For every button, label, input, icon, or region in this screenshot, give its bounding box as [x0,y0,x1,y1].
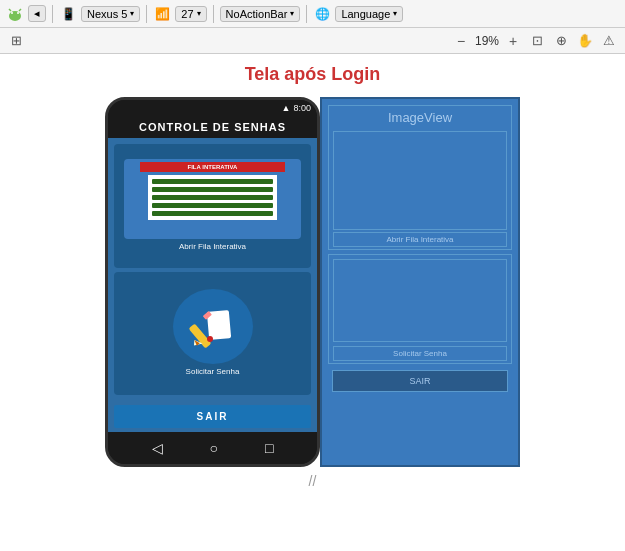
sair-wire-button[interactable]: SAIR [332,370,508,392]
fila-line-4 [152,203,272,208]
language-selector[interactable]: Language ▾ [335,6,403,22]
theme-name: NoActionBar [226,8,288,20]
globe-icon[interactable]: 🌐 [313,5,331,23]
card-senha-image [173,289,253,364]
card-fila-label: Abrir Fila Interativa [179,239,246,253]
fila-image-content: FILA INTERATIVA [124,159,301,239]
nav-home-button[interactable]: ○ [210,440,218,456]
card2-box [333,259,507,342]
zoom-level: 19% [475,34,499,48]
svg-point-2 [17,12,19,14]
sair-button[interactable]: SAIR [114,405,311,428]
page-title: Tela após Login [245,64,381,85]
api-level: 27 [181,8,193,20]
svg-point-0 [9,11,21,21]
pencil-svg [188,301,238,351]
status-time: 8:00 [293,103,311,113]
svg-line-4 [19,9,21,11]
svg-rect-6 [188,324,211,349]
dropdown-arrow-left[interactable]: ◂ [28,5,46,22]
abrir-fila-wire-label: Abrir Fila Interativa [333,232,507,247]
app-title: CONTROLE DE SENHAS [108,116,317,138]
main-content: Tela após Login ▲ 8:00 CONTROLE DE SENHA… [0,54,625,551]
fila-line-2 [152,187,272,192]
fila-line-1 [152,179,272,184]
phone-mockup-left: ▲ 8:00 CONTROLE DE SENHAS FILA INTERATIV… [105,97,320,467]
phones-wrapper: ▲ 8:00 CONTROLE DE SENHAS FILA INTERATIV… [105,97,520,489]
zoom-out-button[interactable]: − [451,31,471,51]
svg-line-3 [9,9,11,11]
svg-point-1 [11,12,13,14]
card-fila[interactable]: FILA INTERATIVA [114,144,311,268]
phone-nav-bar: ◁ ○ □ [108,432,317,464]
device-selector[interactable]: Nexus 5 ▾ [81,6,140,22]
wireframe-card2-section: Solicitar Senha [328,254,512,364]
fila-line-5 [152,211,272,216]
phone-wireframe-right: ImageView Abrir Fila Interativa Solicita… [320,97,520,467]
refresh-icon[interactable]: ⊕ [551,31,571,51]
theme-selector[interactable]: NoActionBar ▾ [220,6,301,22]
card-senha[interactable]: Solicitar Senha [114,272,311,396]
card-fila-image: FILA INTERATIVA [124,159,301,239]
nav-recent-button[interactable]: □ [265,440,273,456]
fila-header-label: FILA INTERATIVA [140,162,286,172]
zoom-group: − 19% + ⊡ ⊕ ✋ ⚠ [451,31,619,51]
phone-grid: FILA INTERATIVA [108,138,317,401]
phone-icon[interactable]: 📱 [59,5,77,23]
fila-line-3 [152,195,272,200]
screen-icon[interactable]: ⊞ [6,31,26,51]
chevron-down-icon: ▾ [130,9,134,18]
separator2 [146,5,147,23]
warning-icon[interactable]: ⚠ [599,31,619,51]
top-toolbar: ◂ 📱 Nexus 5 ▾ 📶 27 ▾ NoActionBar ▾ 🌐 Lan… [0,0,625,28]
wireframe-imageview-section: ImageView Abrir Fila Interativa [328,105,512,250]
card-senha-label: Solicitar Senha [186,364,240,378]
fit-screen-icon[interactable]: ⊡ [527,31,547,51]
language-name: Language [341,8,390,20]
diagonal-indicator: // [105,473,520,489]
chevron-down-icon2: ▾ [197,9,201,18]
chevron-down-icon4: ▾ [393,9,397,18]
nav-back-button[interactable]: ◁ [152,440,163,456]
api-selector[interactable]: 27 ▾ [175,6,206,22]
wifi-icon: ▲ [282,103,291,113]
signal-icon: 📶 [153,5,171,23]
arrow-icon: ◂ [34,7,40,20]
fila-lines-container [148,175,276,220]
second-toolbar: ⊞ − 19% + ⊡ ⊕ ✋ ⚠ [0,28,625,54]
separator4 [306,5,307,23]
imageview-label: ImageView [329,106,511,129]
pan-icon[interactable]: ✋ [575,31,595,51]
separator [52,5,53,23]
separator3 [213,5,214,23]
imageview-box [333,131,507,230]
phones-container: ▲ 8:00 CONTROLE DE SENHAS FILA INTERATIV… [105,97,520,467]
solicitar-wire-label: Solicitar Senha [333,346,507,361]
device-name: Nexus 5 [87,8,127,20]
chevron-down-icon3: ▾ [290,9,294,18]
phone-screen: CONTROLE DE SENHAS FILA INTERATIVA [108,116,317,432]
zoom-in-button[interactable]: + [503,31,523,51]
android-icon[interactable] [6,5,24,23]
svg-point-10 [207,336,213,342]
status-bar: ▲ 8:00 [108,100,317,116]
